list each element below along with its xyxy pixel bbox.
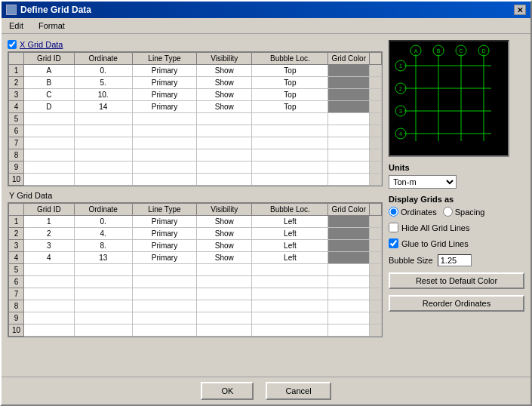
x-cell-bubble[interactable]: Top (252, 77, 328, 89)
x-cell-visibility[interactable]: Show (197, 89, 252, 101)
x-cell-visibility[interactable] (197, 113, 252, 125)
x-cell-id[interactable] (24, 113, 74, 125)
x-cell-line-type[interactable] (132, 113, 196, 125)
y-cell-line-type[interactable]: Primary (132, 228, 196, 240)
y-cell-color[interactable] (328, 240, 370, 252)
y-cell-color[interactable] (328, 288, 370, 300)
y-cell-line-type[interactable] (132, 264, 196, 276)
x-cell-bubble[interactable] (252, 174, 328, 186)
y-cell-bubble[interactable] (252, 264, 328, 276)
y-cell-ordinate[interactable]: 4. (74, 228, 132, 240)
x-grid-row[interactable]: 4 D 14 Primary Show Top (9, 101, 382, 113)
y-cell-bubble[interactable] (252, 324, 328, 337)
x-cell-visibility[interactable]: Show (197, 77, 252, 89)
x-grid-row[interactable]: 8 (9, 149, 382, 161)
x-grid-row[interactable]: 6 (9, 125, 382, 137)
x-cell-id[interactable] (24, 174, 74, 186)
y-cell-color[interactable] (328, 324, 370, 337)
y-cell-visibility[interactable] (197, 288, 252, 300)
x-grid-row[interactable]: 5 (9, 113, 382, 125)
y-cell-color[interactable] (328, 264, 370, 276)
x-cell-line-type[interactable] (132, 137, 196, 149)
y-cell-line-type[interactable] (132, 300, 196, 312)
x-cell-line-type[interactable]: Primary (132, 77, 196, 89)
y-cell-line-type[interactable] (132, 288, 196, 300)
x-cell-id[interactable] (24, 161, 74, 174)
y-cell-color[interactable] (328, 300, 370, 312)
spacing-radio[interactable] (443, 207, 453, 217)
y-cell-visibility[interactable]: Show (197, 240, 252, 252)
x-cell-ordinate[interactable]: 5. (74, 77, 132, 89)
y-cell-ordinate[interactable] (74, 312, 132, 324)
x-cell-line-type[interactable] (132, 161, 196, 174)
y-cell-ordinate[interactable] (74, 288, 132, 300)
x-cell-bubble[interactable] (252, 137, 328, 149)
y-cell-bubble[interactable] (252, 300, 328, 312)
menu-edit[interactable]: Edit (5, 20, 28, 32)
y-grid-row[interactable]: 8 (9, 300, 382, 312)
x-cell-ordinate[interactable] (74, 125, 132, 137)
bubble-size-input[interactable] (438, 254, 472, 266)
y-cell-ordinate[interactable] (74, 276, 132, 288)
y-cell-id[interactable] (24, 300, 74, 312)
y-cell-bubble[interactable] (252, 288, 328, 300)
y-cell-color[interactable] (328, 252, 370, 264)
y-cell-ordinate[interactable] (74, 300, 132, 312)
y-grid-row[interactable]: 6 (9, 276, 382, 288)
y-cell-color[interactable] (328, 276, 370, 288)
x-cell-bubble[interactable]: Top (252, 89, 328, 101)
x-cell-id[interactable] (24, 149, 74, 161)
y-cell-ordinate[interactable] (74, 264, 132, 276)
x-cell-line-type[interactable]: Primary (132, 89, 196, 101)
x-cell-visibility[interactable] (197, 149, 252, 161)
y-grid-row[interactable]: 4 4 13 Primary Show Left (9, 252, 382, 264)
y-cell-ordinate[interactable]: 8. (74, 240, 132, 252)
x-grid-row[interactable]: 7 (9, 137, 382, 149)
cancel-button[interactable]: Cancel (266, 382, 331, 400)
ordinates-radio[interactable] (389, 207, 398, 217)
y-cell-visibility[interactable]: Show (197, 228, 252, 240)
x-cell-bubble[interactable] (252, 149, 328, 161)
x-cell-id[interactable]: B (24, 77, 74, 89)
x-cell-color[interactable] (328, 174, 370, 186)
y-cell-visibility[interactable]: Show (197, 252, 252, 264)
x-cell-bubble[interactable]: Top (252, 65, 328, 77)
y-cell-visibility[interactable] (197, 276, 252, 288)
hide-all-checkbox[interactable] (389, 223, 398, 232)
y-cell-line-type[interactable] (132, 276, 196, 288)
y-cell-line-type[interactable]: Primary (132, 240, 196, 252)
y-cell-bubble[interactable] (252, 276, 328, 288)
x-cell-line-type[interactable]: Primary (132, 65, 196, 77)
y-cell-visibility[interactable] (197, 300, 252, 312)
y-cell-id[interactable] (24, 324, 74, 337)
menu-format[interactable]: Format (34, 20, 69, 32)
y-cell-color[interactable] (328, 228, 370, 240)
y-cell-bubble[interactable]: Left (252, 216, 328, 228)
y-cell-visibility[interactable] (197, 264, 252, 276)
x-cell-color[interactable] (328, 137, 370, 149)
y-grid-row[interactable]: 3 3 8. Primary Show Left (9, 240, 382, 252)
x-cell-id[interactable]: A (24, 65, 74, 77)
x-cell-color[interactable] (328, 77, 370, 89)
y-grid-row[interactable]: 7 (9, 288, 382, 300)
x-cell-color[interactable] (328, 125, 370, 137)
x-cell-color[interactable] (328, 65, 370, 77)
x-cell-ordinate[interactable] (74, 149, 132, 161)
y-cell-color[interactable] (328, 312, 370, 324)
y-cell-id[interactable] (24, 312, 74, 324)
y-cell-bubble[interactable]: Left (252, 240, 328, 252)
y-cell-id[interactable]: 4 (24, 252, 74, 264)
y-cell-bubble[interactable]: Left (252, 252, 328, 264)
y-cell-color[interactable] (328, 216, 370, 228)
x-cell-color[interactable] (328, 113, 370, 125)
ok-button[interactable]: OK (201, 382, 254, 400)
x-cell-bubble[interactable] (252, 125, 328, 137)
x-cell-visibility[interactable] (197, 174, 252, 186)
y-grid-row[interactable]: 2 2 4. Primary Show Left (9, 228, 382, 240)
y-cell-line-type[interactable]: Primary (132, 252, 196, 264)
y-cell-id[interactable] (24, 276, 74, 288)
y-cell-line-type[interactable] (132, 312, 196, 324)
y-cell-visibility[interactable]: Show (197, 216, 252, 228)
y-cell-line-type[interactable] (132, 324, 196, 337)
x-cell-visibility[interactable]: Show (197, 65, 252, 77)
